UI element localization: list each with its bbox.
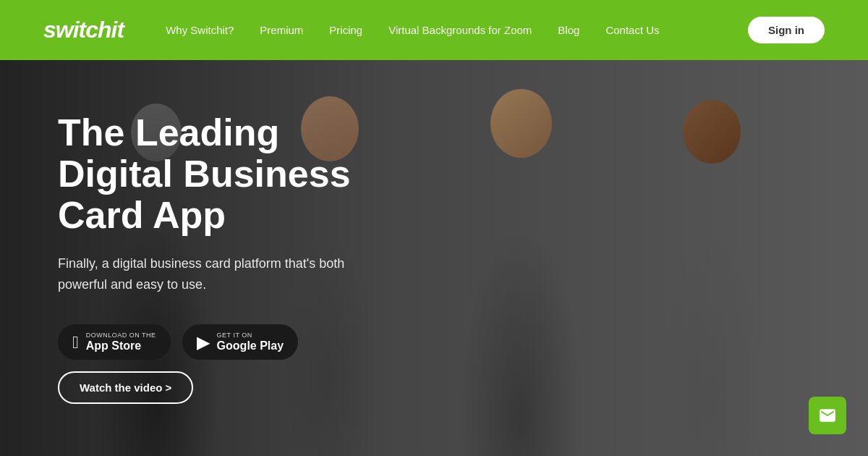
nav-pricing[interactable]: Pricing bbox=[316, 24, 375, 36]
brand-logo[interactable]: switchit bbox=[43, 17, 124, 43]
apple-icon:  bbox=[72, 334, 79, 351]
nav-premium[interactable]: Premium bbox=[247, 24, 316, 36]
hero-content: The Leading Digital Business Card App Fi… bbox=[0, 112, 434, 404]
google-play-button[interactable]: ▶ GET IT ON Google Play bbox=[182, 324, 298, 360]
mail-fab-button[interactable] bbox=[809, 397, 846, 434]
nav-links: Why Switchit? Premium Pricing Virtual Ba… bbox=[153, 24, 748, 36]
nav-contact-us[interactable]: Contact Us bbox=[592, 24, 672, 36]
hero-subtitle: Finally, a digital business card platfor… bbox=[58, 253, 376, 295]
app-store-button[interactable]:  Download on the App Store bbox=[58, 324, 171, 360]
mail-icon bbox=[818, 406, 837, 425]
signin-button[interactable]: Sign in bbox=[748, 17, 825, 43]
app-store-text: Download on the App Store bbox=[86, 332, 156, 352]
google-play-text: GET IT ON Google Play bbox=[217, 332, 284, 352]
nav-virtual-backgrounds[interactable]: Virtual Backgrounds for Zoom bbox=[375, 24, 545, 36]
navbar: switchit Why Switchit? Premium Pricing V… bbox=[0, 0, 868, 60]
nav-blog[interactable]: Blog bbox=[545, 24, 592, 36]
hero-section: The Leading Digital Business Card App Fi… bbox=[0, 60, 868, 456]
hero-title: The Leading Digital Business Card App bbox=[58, 112, 376, 237]
nav-why-switchit[interactable]: Why Switchit? bbox=[153, 24, 247, 36]
hero-buttons:  Download on the App Store ▶ GET IT ON … bbox=[58, 324, 376, 404]
watch-video-button[interactable]: Watch the video > bbox=[58, 371, 193, 404]
play-icon: ▶ bbox=[197, 334, 210, 351]
